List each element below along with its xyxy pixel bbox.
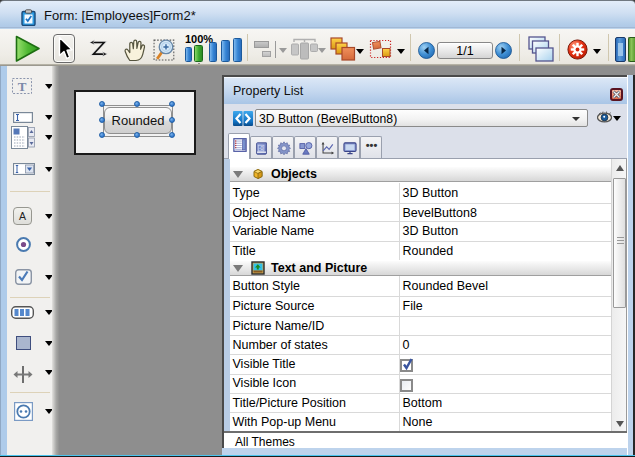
svg-text:T: T xyxy=(18,79,27,94)
svg-text:-0: -0 xyxy=(259,145,264,150)
